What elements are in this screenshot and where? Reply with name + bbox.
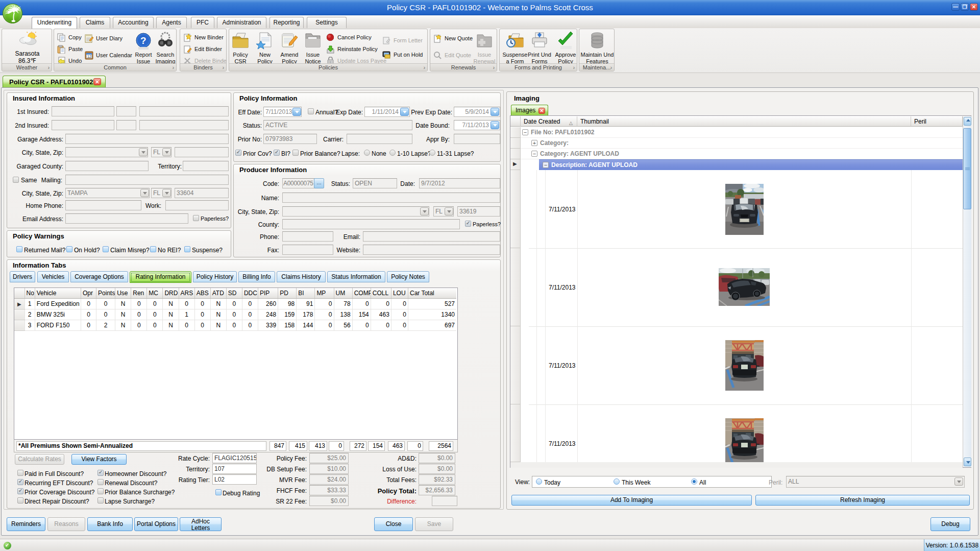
svg-text:12: 12 [87, 55, 91, 58]
svg-text:?: ? [140, 35, 146, 46]
